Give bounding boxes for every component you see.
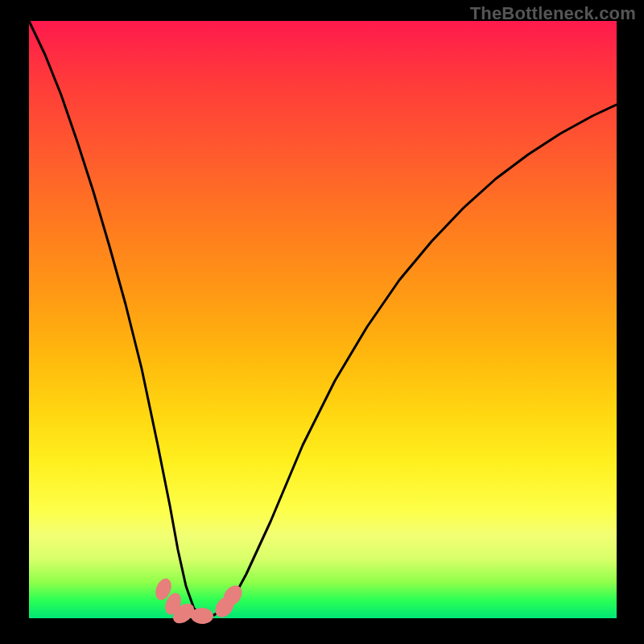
chart-frame: TheBottleneck.com (0, 0, 644, 644)
curve-path (29, 21, 617, 615)
bottleneck-chart (29, 21, 617, 618)
plot-area (29, 21, 617, 618)
watermark-text: TheBottleneck.com (470, 3, 636, 24)
